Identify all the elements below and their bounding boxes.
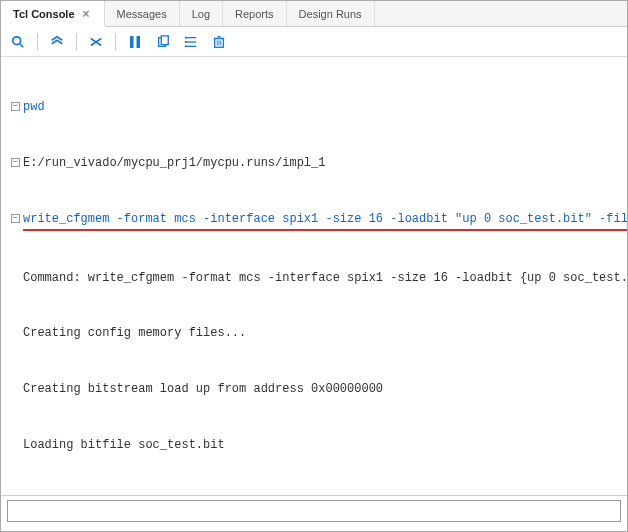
svg-rect-2	[130, 36, 134, 48]
fold-icon[interactable]: −	[11, 214, 20, 223]
list-icon[interactable]	[182, 33, 200, 51]
tcl-command-input[interactable]	[7, 500, 621, 522]
svg-rect-9	[185, 36, 187, 38]
expand-toggle-icon[interactable]	[87, 33, 105, 51]
svg-line-1	[20, 43, 24, 47]
separator	[115, 33, 116, 51]
console-line: Loading bitfile soc_test.bit	[23, 436, 621, 455]
collapse-all-icon[interactable]	[48, 33, 66, 51]
svg-rect-10	[185, 41, 187, 43]
console-line: Command: write_cfgmem -format mcs -inter…	[23, 269, 627, 288]
svg-point-0	[13, 36, 21, 44]
tab-log[interactable]: Log	[180, 1, 223, 26]
console-line: write_cfgmem -format mcs -interface spix…	[23, 210, 627, 232]
svg-rect-11	[185, 45, 187, 47]
svg-rect-5	[161, 35, 168, 44]
trash-icon[interactable]	[210, 33, 228, 51]
console-line: E:/run_vivado/mycpu_prj1/mycpu.runs/impl…	[23, 154, 621, 173]
separator	[37, 33, 38, 51]
tab-design-runs[interactable]: Design Runs	[287, 1, 375, 26]
search-icon[interactable]	[9, 33, 27, 51]
toolbar	[1, 27, 627, 57]
fold-icon[interactable]: −	[11, 158, 20, 167]
close-icon[interactable]: ×	[81, 7, 92, 21]
svg-rect-3	[137, 36, 141, 48]
tab-messages[interactable]: Messages	[105, 1, 180, 26]
copy-icon[interactable]	[154, 33, 172, 51]
console-line: Writing file ./soc_test.mcs	[23, 492, 621, 495]
console-output[interactable]: −pwd −E:/run_vivado/mycpu_prj1/mycpu.run…	[1, 57, 627, 495]
console-line: pwd	[23, 98, 621, 117]
tab-label: Log	[192, 8, 210, 20]
tab-bar: Tcl Console × Messages Log Reports Desig…	[1, 1, 627, 27]
tab-label: Messages	[117, 8, 167, 20]
fold-icon[interactable]: −	[11, 102, 20, 111]
tab-label: Reports	[235, 8, 274, 20]
console-line: Creating config memory files...	[23, 324, 621, 343]
console-line: Creating bitstream load up from address …	[23, 380, 621, 399]
tab-label: Design Runs	[299, 8, 362, 20]
tab-reports[interactable]: Reports	[223, 1, 287, 26]
separator	[76, 33, 77, 51]
tab-label: Tcl Console	[13, 8, 75, 20]
pause-icon[interactable]	[126, 33, 144, 51]
command-input-row	[1, 495, 627, 523]
tab-tcl-console[interactable]: Tcl Console ×	[1, 1, 105, 27]
